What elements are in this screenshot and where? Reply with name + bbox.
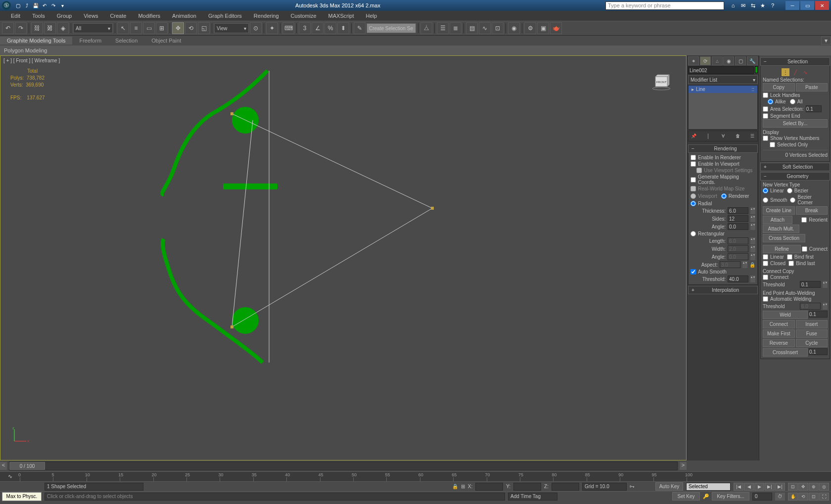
snap-2d-button[interactable]: 3 [299,22,311,34]
ribbon-toggle-button[interactable]: ▤ [466,22,478,34]
lock-handles-check[interactable] [763,92,768,98]
select-region-button[interactable]: ▭ [143,22,155,34]
ribbon-sub-label[interactable]: Polygon Modeling [4,47,47,53]
undo-icon[interactable]: ↶ [41,1,48,9]
attach-button[interactable]: Attach [763,216,792,224]
menu-maxscript[interactable]: MAXScript [323,13,360,19]
remove-mod-icon[interactable]: 🗑 [734,132,741,140]
angle-spinner[interactable] [728,223,748,230]
app-logo[interactable]: Ⓢ [2,1,11,10]
isolate-icon[interactable]: ⊡ [788,483,798,491]
named-sel-dropdown[interactable]: Create Selection Se [367,23,416,33]
sides-spinner[interactable] [728,215,748,222]
align-button[interactable]: ☰ [437,22,449,34]
viewport[interactable]: [ + ] [ Front ] [ Wireframe ] Total Poly… [0,55,687,460]
weld-button[interactable]: Weld [763,311,808,319]
select-name-button[interactable]: ≡ [130,22,142,34]
connect-check[interactable] [802,246,807,252]
schematic-view-button[interactable]: ⊡ [492,22,504,34]
enable-renderer-check[interactable] [691,155,696,160]
undo-button[interactable]: ↶ [2,22,14,34]
snap-angle-button[interactable]: ∠ [312,22,323,34]
orbit-icon[interactable]: ⟲ [798,493,808,501]
configure-sets-icon[interactable]: ☰ [748,132,756,140]
rollout-interpolation-header[interactable]: +Interpolation [688,286,758,294]
create-line-button[interactable]: Create Line [763,206,795,215]
menu-help[interactable]: Help [360,13,383,19]
y-field[interactable] [513,483,541,491]
comm-center-icon[interactable]: 🗝 [630,484,635,489]
break-button[interactable]: Break [796,206,828,215]
redo-button[interactable]: ↷ [15,22,27,34]
tab-objectpaint[interactable]: Object Paint [144,37,188,45]
tab-graphite[interactable]: Graphite Modeling Tools [0,37,72,45]
closed-check[interactable] [763,261,768,266]
cmdtab-create[interactable]: ✶ [688,56,699,65]
select-scale-button[interactable]: ◱ [198,22,210,34]
bind-button[interactable]: ◈ [57,22,69,34]
help-icon[interactable]: ? [769,1,777,9]
renderer-radio[interactable] [721,193,727,199]
subscription-icon[interactable]: ⌂ [729,1,737,9]
next-frame-button[interactable]: ▶| [765,483,775,491]
search-input[interactable]: Type a keyword or phrase [605,1,724,10]
object-name-field[interactable] [688,66,754,74]
goto-start-button[interactable]: |◀ [734,483,743,491]
frame-field[interactable]: 0 [752,493,772,501]
select-manipulate-button[interactable]: ✦ [266,22,278,34]
menu-tools[interactable]: Tools [26,13,51,19]
sel-only-check[interactable] [770,142,775,147]
spline-subobj-icon[interactable]: ∿ [801,68,809,76]
timeconfig-icon[interactable]: ⏱ [775,493,785,501]
viewport-canvas[interactable] [0,56,686,460]
nav3-icon[interactable]: ◎ [819,483,829,491]
mirror-button[interactable]: ⧊ [420,22,432,34]
rollout-selection-header[interactable]: −Selection [760,57,830,66]
maxscript-listener[interactable]: Max to Physc. [2,492,42,501]
time-prev-button[interactable]: < [0,462,7,470]
menu-views[interactable]: Views [78,13,104,19]
render-button[interactable]: 🫖 [550,22,562,34]
minimize-button[interactable]: ─ [785,1,799,10]
layers-button[interactable]: ≣ [450,22,462,34]
cmdtab-motion[interactable]: ◉ [723,56,734,65]
spinner-snap-button[interactable]: ⬍ [337,22,349,34]
nav1-icon[interactable]: ✥ [798,483,808,491]
absolute-mode-icon[interactable]: ⊞ [461,484,465,489]
zoom-ext-icon[interactable]: ⊡ [809,493,819,501]
communication-icon[interactable]: ✉ [739,1,747,9]
keyfilters-button[interactable]: Key Filters... [712,492,749,501]
show-vn-check[interactable] [763,136,768,141]
bindl-check[interactable] [788,261,794,266]
segment-subobj-icon[interactable]: ╱ [791,68,799,76]
ref-coord-system[interactable]: View▾ [214,23,249,33]
select-move-button[interactable]: ✥ [172,22,184,34]
radial-radio[interactable] [691,201,696,206]
vertex-subobj-icon[interactable]: ⋮ [782,68,789,76]
ci-spinner[interactable] [809,348,828,355]
bezier-radio[interactable] [787,188,792,193]
goto-end-button[interactable]: ▶| [775,483,785,491]
window-crossing-button[interactable]: ⊞ [156,22,168,34]
close-button[interactable]: ✕ [815,1,829,10]
pan-icon[interactable]: ✋ [788,493,798,501]
stack-vertex-icon[interactable]: :: [751,87,754,92]
make-unique-icon[interactable]: ∀ [719,132,727,140]
rendered-frame-button[interactable]: ▣ [537,22,549,34]
mini-curve-icon[interactable]: ∿ [0,473,20,480]
cross-section-button[interactable]: Cross Section [763,234,805,242]
save-icon[interactable]: 💾 [32,1,40,9]
expand-icon[interactable]: ▸ [692,87,694,92]
alike-radio[interactable] [768,99,773,104]
tab-freeform[interactable]: Freeform [72,37,108,45]
menu-rendering[interactable]: Rendering [248,13,285,19]
pin-stack-icon[interactable]: 📌 [690,132,697,140]
unlink-button[interactable]: ⛓̸ [44,22,56,34]
all-radio[interactable] [790,99,795,104]
threshold-spinner[interactable] [728,275,748,282]
linear-radio[interactable] [763,188,768,193]
open-icon[interactable]: ⤴ [23,1,31,9]
autokey-button[interactable]: Auto Key [655,482,683,491]
time-handle[interactable]: 0 / 100 [9,462,45,470]
reverse-button[interactable]: Reverse [763,339,795,347]
